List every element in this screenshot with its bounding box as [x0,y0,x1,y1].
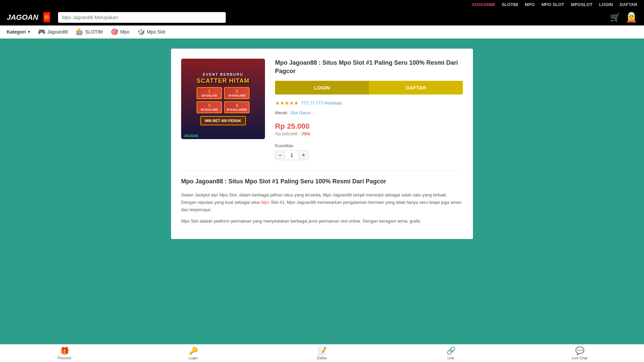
link-label: Link [447,356,454,360]
jagoan88-icon: 🎮 [38,28,45,36]
quantity-plus-button[interactable]: + [299,150,309,160]
nav-mpo-slot[interactable]: 🎲 Mpo Slot [138,28,165,36]
livechat-label: Live Chat [572,356,587,360]
logo-icon: 🧧 [41,12,53,23]
original-price-row: Rp 100.000 -75% [275,131,463,136]
login-label: Login [189,356,198,360]
login-button[interactable]: LOGIN [275,81,369,95]
link-icon: 🔗 [446,347,455,355]
top-navigation: JAGOAN88 SLOT88 MPO MPO SLOT MPOSLOT LOG… [0,0,644,9]
promosi-label: Promosi [58,356,71,360]
merek-label: Merek: [275,110,288,115]
bottom-nav-livechat[interactable]: 💬 Live Chat [566,347,593,360]
chevron-down-icon: ▾ [28,29,30,34]
topnav-login[interactable]: LOGIN [599,2,613,7]
merek-divider: | [313,110,314,115]
box-1-text: DI KALI 50 [199,94,219,97]
topnav-daftar[interactable]: DAFTAR [620,2,637,7]
img-event-text: EVENT BERBURU [203,72,244,76]
header-icons: 🛒 🧝 [610,12,637,23]
rating-count: 777.77.777 Penilaian [301,101,342,106]
quantity-label: Kuantitas [275,143,463,148]
highlight-mpo: Mpo [261,200,270,205]
cart-icon[interactable]: 🛒 [610,13,620,22]
box-4-num: 4 [227,103,247,108]
bottom-nav-link[interactable]: 🔗 Link [437,347,464,360]
box-3-text: DI KALI 500 [199,108,219,111]
product-info: Mpo Jagoan88 : Situs Mpo Slot #1 Paling … [275,59,463,160]
box-4-text: DI KALI 10080 [227,108,247,111]
box-2-text: DI KALI 500 [227,94,247,97]
main-wrapper: EVENT BERBURU SCATTER HITAM 1 DI KALI 50… [0,39,644,249]
bottom-navigation: 🎁 Promosi 🔑 Login 📝 Daftar 🔗 Link 💬 Live… [0,344,644,362]
login-icon: 🔑 [189,347,198,355]
description-section: Mpo Jagoan88 : Situs Mpo Slot #1 Paling … [181,170,463,225]
star-rating: ★★★★★ [275,100,299,106]
img-box-1: 1 DI KALI 50 [197,87,222,99]
product-image-inner: EVENT BERBURU SCATTER HITAM 1 DI KALI 50… [181,59,265,139]
description-para2: Mpo Slot adalah platform permainan yang … [181,218,463,225]
daftar-icon: 📝 [318,347,327,355]
logo-area: JAGOAN 🧧 [7,12,53,23]
mpo-icon: 🎯 [111,28,118,36]
search-input[interactable] [58,12,226,23]
img-box-2: 2 DI KALI 500 [224,87,250,99]
product-top: EVENT BERBURU SCATTER HITAM 1 DI KALI 50… [181,59,463,160]
slot88-icon: 🎰 [76,28,83,36]
img-box-3: 3 DI KALI 500 [197,101,222,113]
product-image: EVENT BERBURU SCATTER HITAM 1 DI KALI 50… [181,59,265,139]
action-buttons: LOGIN DAFTAR [275,81,463,95]
quantity-value: 1 [285,150,299,160]
ratings-row: ★★★★★ 777.77.777 Penilaian [275,100,463,106]
box-2-num: 2 [227,89,247,94]
original-price: Rp 100.000 [275,131,298,136]
nav-jagoan88-label: Jagoan88 [47,29,68,35]
content-card: EVENT BERBURU SCATTER HITAM 1 DI KALI 50… [171,49,473,239]
product-title: Mpo Jagoan88 : Situs Mpo Slot #1 Paling … [275,59,463,75]
img-footer: MIN BET 400 PERAK [200,116,246,125]
img-box-4: 4 DI KALI 10080 [224,101,250,113]
bottom-nav-daftar[interactable]: 📝 Daftar [309,347,335,360]
current-price: Rp 25.000 [275,122,463,131]
box-3-num: 3 [199,103,219,108]
topnav-mpo[interactable]: MPO [525,2,535,7]
topnav-jagoan88[interactable]: JAGOAN88 [471,2,495,7]
img-main-title: SCATTER HITAM [197,78,249,84]
brand-row: Merek: Slot Gacor | [275,110,463,115]
user-avatar[interactable]: 🧝 [626,12,637,23]
nav-mposlot-label: Mpo Slot [147,29,165,35]
description-heading: Mpo Jagoan88 : Situs Mpo Slot #1 Paling … [181,177,463,186]
nav-slot88[interactable]: 🎰 SLOT88 [76,28,103,36]
quantity-minus-button[interactable]: − [275,150,285,160]
topnav-mposlot[interactable]: MPO SLOT [541,2,564,7]
nav-mpo-label: Mpo [120,29,129,35]
mposlot-icon: 🎲 [138,28,145,36]
price-section: Rp 25.000 Rp 100.000 -75% [275,122,463,136]
promosi-icon: 🎁 [60,347,69,355]
box-1-num: 1 [199,89,219,94]
kategori-label: Kategori [7,29,26,35]
discount-badge: -75% [300,131,310,136]
quantity-control: − 1 + [275,150,463,160]
daftar-label: Daftar [317,356,327,360]
nav-mpo[interactable]: 🎯 Mpo [111,28,129,36]
search-bar[interactable] [58,12,226,23]
kategori-dropdown[interactable]: Kategori ▾ [7,29,30,35]
bottom-nav-promosi[interactable]: 🎁 Promosi [51,347,78,360]
livechat-icon: 💬 [575,347,584,355]
bottom-nav-login[interactable]: 🔑 Login [180,347,207,360]
img-boxes: 1 DI KALI 50 2 DI KALI 500 3 DI KALI 500 [197,87,250,113]
logo-text: JAGOAN [7,13,38,22]
category-navigation: Kategori ▾ 🎮 Jagoan88 🎰 SLOT88 🎯 Mpo 🎲 M… [0,25,644,39]
merek-link[interactable]: Slot Gacor [290,110,311,115]
quantity-section: Kuantitas − 1 + [275,143,463,160]
topnav-slot88[interactable]: SLOT88 [501,2,518,7]
nav-slot88-label: SLOT88 [85,29,103,35]
site-header: JAGOAN 🧧 🛒 🧝 [0,9,644,25]
nav-jagoan88[interactable]: 🎮 Jagoan88 [38,28,68,36]
description-para1: Salam Jackpot dari Mpo Slot, dalam berba… [181,191,463,214]
topnav-mposlot2[interactable]: MPOSLOT [571,2,592,7]
daftar-button[interactable]: DAFTAR [369,81,463,95]
img-logo: JAGOAN [184,134,198,138]
